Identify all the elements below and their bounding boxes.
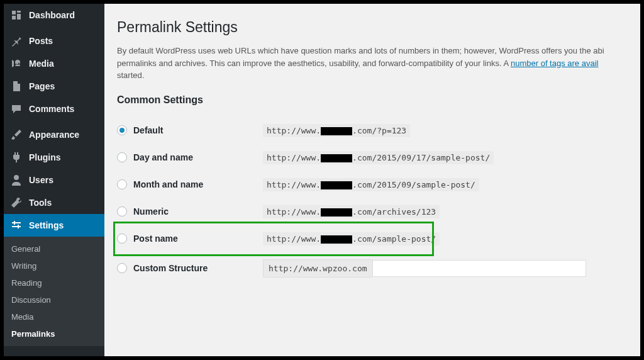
sidebar-item-label: Settings	[29, 220, 64, 230]
submenu-media[interactable]: Media	[4, 308, 104, 325]
sidebar-item-label: Users	[29, 175, 53, 185]
wrench-icon	[10, 196, 23, 209]
radio-label: Custom Structure	[133, 263, 208, 273]
sidebar-item-appearance[interactable]: Appearance	[4, 123, 104, 146]
option-numeric[interactable]: Numeric http://www..com/archives/123	[117, 198, 628, 225]
radio-post-name[interactable]	[117, 233, 127, 244]
tags-link[interactable]: number of tags are avail	[511, 59, 598, 68]
radio-label: Day and name	[133, 152, 193, 162]
dashboard-icon	[10, 9, 23, 21]
sidebar-item-label: Plugins	[29, 152, 61, 162]
media-icon	[10, 57, 23, 70]
sidebar-item-label: Comments	[29, 104, 74, 114]
redacted-domain	[321, 208, 352, 217]
example-url: http://www..com/archives/123	[263, 205, 440, 218]
sidebar-item-label: Tools	[29, 198, 52, 208]
sidebar-item-plugins[interactable]: Plugins	[4, 146, 104, 169]
page-title: Permalink Settings	[117, 19, 628, 36]
sidebar-item-posts[interactable]: Posts	[4, 30, 104, 52]
section-heading: Common Settings	[117, 94, 628, 106]
page-description: By default WordPress uses web URLs which…	[117, 45, 628, 82]
admin-sidebar: Dashboard Posts Media Pages Comments	[4, 4, 104, 356]
pin-icon	[10, 35, 23, 47]
sidebar-item-dashboard[interactable]: Dashboard	[4, 4, 104, 26]
radio-default[interactable]	[117, 125, 127, 135]
redacted-domain	[321, 127, 352, 135]
brush-icon	[10, 128, 23, 141]
sidebar-item-label: Posts	[29, 36, 53, 46]
main-content: Permalink Settings By default WordPress …	[104, 4, 640, 356]
option-custom[interactable]: Custom Structure http://www.wpzoo.com	[117, 252, 628, 284]
app-frame: Dashboard Posts Media Pages Comments	[4, 4, 640, 356]
example-url: http://www..com/2015/09/sample-post/	[263, 178, 479, 191]
user-icon	[10, 174, 23, 186]
option-month-name[interactable]: Month and name http://www..com/2015/09/s…	[117, 171, 628, 198]
plug-icon	[10, 151, 23, 164]
page-icon	[10, 80, 23, 93]
radio-month-name[interactable]	[117, 179, 127, 189]
option-post-name[interactable]: Post name http://www..com/sample-post/	[117, 225, 628, 252]
redacted-domain	[321, 154, 352, 162]
redacted-domain	[321, 181, 352, 189]
radio-numeric[interactable]	[117, 206, 127, 217]
settings-submenu: General Writing Reading Discussion Media…	[4, 237, 104, 346]
redacted-domain	[321, 235, 352, 244]
option-default[interactable]: Default http://www..com/?p=123	[117, 117, 628, 144]
radio-label: Post name	[133, 233, 178, 244]
radio-label: Default	[133, 125, 163, 135]
submenu-permalinks[interactable]: Permalinks	[4, 325, 104, 342]
sidebar-item-comments[interactable]: Comments	[4, 98, 104, 120]
sidebar-item-label: Media	[29, 59, 54, 69]
submenu-reading[interactable]: Reading	[4, 274, 104, 291]
example-url: http://www..com/2015/09/17/sample-post/	[263, 151, 494, 164]
option-day-name[interactable]: Day and name http://www..com/2015/09/17/…	[117, 144, 628, 171]
radio-label: Numeric	[133, 206, 169, 217]
sidebar-item-tools[interactable]: Tools	[4, 191, 104, 214]
comment-icon	[10, 103, 23, 115]
submenu-general[interactable]: General	[4, 240, 104, 257]
sliders-icon	[10, 219, 23, 232]
example-url: http://www..com/?p=123	[263, 124, 410, 137]
example-url: http://www..com/sample-post/	[263, 232, 440, 245]
sidebar-item-label: Appearance	[29, 130, 79, 140]
sidebar-item-label: Dashboard	[29, 10, 75, 20]
submenu-writing[interactable]: Writing	[4, 257, 104, 274]
radio-day-name[interactable]	[117, 152, 127, 162]
custom-prefix: http://www.wpzoo.com	[263, 259, 372, 278]
radio-label: Month and name	[133, 179, 203, 189]
sidebar-item-media[interactable]: Media	[4, 52, 104, 75]
submenu-discussion[interactable]: Discussion	[4, 291, 104, 308]
sidebar-item-users[interactable]: Users	[4, 169, 104, 191]
sidebar-item-pages[interactable]: Pages	[4, 75, 104, 98]
radio-custom[interactable]	[117, 263, 127, 273]
sidebar-item-label: Pages	[29, 81, 55, 91]
custom-structure-input[interactable]	[372, 260, 586, 277]
sidebar-item-settings[interactable]: Settings	[4, 214, 104, 237]
